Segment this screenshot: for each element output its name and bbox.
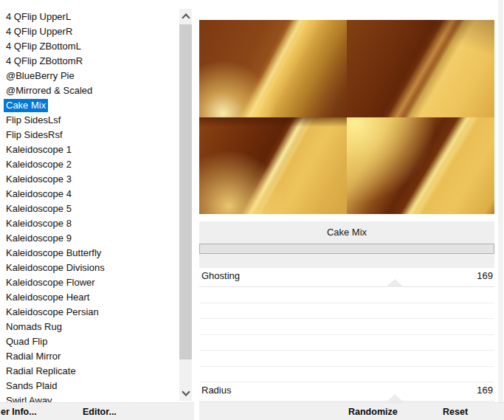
list-item[interactable]: Kaleidoscope Persian — [0, 305, 177, 320]
empty-row — [199, 319, 494, 335]
list-item-label: 4 QFlip ZBottomL — [4, 40, 83, 53]
list-item-label: Kaleidoscope Persian — [4, 306, 101, 319]
scroll-down-button[interactable] — [179, 385, 192, 401]
preview-quadrant-bottom-left — [199, 117, 347, 215]
list-item-label: Kaleidoscope 2 — [4, 158, 74, 171]
list-item-label: Kaleidoscope Flower — [4, 276, 97, 289]
list-item-label: 4 QFlip UpperL — [4, 10, 73, 24]
list-item-label: 4 QFlip UpperR — [4, 25, 75, 38]
empty-row — [199, 367, 494, 383]
chevron-up-icon — [182, 13, 190, 21]
list-item-label: Kaleidoscope 5 — [4, 202, 74, 216]
empty-row — [199, 287, 494, 303]
list-item[interactable]: Quad Flip — [0, 334, 177, 349]
list-item[interactable]: Swirl Away — [0, 393, 177, 402]
list-item[interactable]: Kaleidoscope 2 — [0, 157, 177, 172]
preview-quadrant-bottom-right — [347, 117, 494, 215]
list-item[interactable]: 4 QFlip ZBottomR — [0, 54, 177, 69]
list-item[interactable]: Kaleidoscope Butterfly — [0, 246, 177, 261]
filter-preview-image — [199, 20, 494, 214]
list-item[interactable]: Cake Mix — [0, 98, 177, 113]
chevron-down-icon — [182, 388, 190, 396]
right-panel-scrollbar-track[interactable] — [498, 0, 503, 402]
empty-row — [199, 351, 494, 367]
list-item[interactable]: Flip SidesLsf — [0, 113, 177, 128]
filter-header: Cake Mix — [199, 221, 494, 268]
list-item[interactable]: 4 QFlip ZBottomL — [0, 39, 177, 54]
list-item-label: Swirl Away — [4, 394, 55, 402]
ghosting-value: 169 — [477, 270, 493, 281]
filter-browser-window: 4 QFlip UpperL4 QFlip UpperR4 QFlip ZBot… — [0, 0, 504, 420]
list-item-label: Flip SidesRsf — [4, 128, 65, 142]
list-item[interactable]: Radial Mirror — [0, 349, 177, 364]
preview-quadrant-top-right — [347, 20, 494, 117]
list-item[interactable]: Kaleidoscope 4 — [0, 187, 177, 202]
list-item[interactable]: Kaleidoscope 5 — [0, 202, 177, 216]
scroll-up-button[interactable] — [179, 9, 192, 24]
filter-list: 4 QFlip UpperL4 QFlip UpperR4 QFlip ZBot… — [0, 0, 177, 402]
list-item[interactable]: Kaleidoscope Flower — [0, 275, 177, 290]
list-item-label: Kaleidoscope 8 — [4, 217, 74, 230]
ghosting-label: Ghosting — [201, 270, 240, 281]
footer-bar-left: er Info... Editor... — [0, 402, 194, 420]
list-item[interactable]: Flip SidesRsf — [0, 128, 177, 142]
list-item-label: Radial Mirror — [4, 350, 63, 363]
editor-button[interactable]: Editor... — [83, 403, 117, 420]
list-item[interactable]: Radial Replicate — [0, 364, 177, 379]
list-item-label: Cake Mix — [4, 99, 48, 112]
list-item-label: 4 QFlip ZBottomR — [4, 55, 85, 68]
list-item-label: Kaleidoscope 9 — [4, 232, 74, 245]
list-item[interactable]: @BlueBerry Pie — [0, 69, 177, 83]
empty-row — [199, 335, 494, 351]
radius-label: Radius — [201, 385, 231, 396]
list-item[interactable]: @Mirrored & Scaled — [0, 83, 177, 98]
list-item[interactable]: 4 QFlip UpperL — [0, 10, 177, 24]
list-item-label: Sands Plaid — [4, 379, 59, 393]
list-item[interactable]: Kaleidoscope Heart — [0, 290, 177, 305]
list-item[interactable]: Nomads Rug — [0, 320, 177, 334]
empty-row — [199, 303, 494, 320]
list-item-label: Flip SidesLsf — [4, 114, 63, 127]
ghosting-slider-thumb[interactable] — [386, 279, 404, 287]
reset-button[interactable]: Reset — [443, 403, 468, 420]
list-item-label: @Mirrored & Scaled — [4, 84, 94, 97]
progress-bar — [199, 244, 494, 254]
preview-quadrant-top-left — [199, 20, 347, 117]
filter-list-scrollbar[interactable] — [179, 9, 192, 401]
list-item-label: @BlueBerry Pie — [4, 69, 77, 83]
list-item[interactable]: Kaleidoscope Divisions — [0, 261, 177, 275]
list-item[interactable]: 4 QFlip UpperR — [0, 24, 177, 39]
parameter-sliders: Ghosting 169 Radius 169 — [199, 268, 494, 402]
randomize-button[interactable]: Randomize — [348, 403, 398, 420]
list-item-label: Kaleidoscope Divisions — [4, 261, 107, 275]
list-item-label: Kaleidoscope Heart — [4, 291, 92, 304]
radius-value: 169 — [477, 385, 493, 396]
footer-bar-right: Randomize Reset — [199, 402, 504, 420]
list-item-label: Quad Flip — [4, 335, 49, 348]
filter-title: Cake Mix — [199, 221, 494, 244]
list-item[interactable]: Kaleidoscope 9 — [0, 231, 177, 246]
list-item-label: Kaleidoscope 4 — [4, 187, 74, 201]
list-item[interactable]: Kaleidoscope 1 — [0, 142, 177, 157]
filter-settings-panel: Cake Mix Ghosting 169 Radius 169 — [199, 0, 494, 420]
radius-slider-thumb[interactable] — [386, 394, 404, 402]
list-item-label: Radial Replicate — [4, 365, 78, 378]
scrollbar-thumb[interactable] — [179, 24, 192, 359]
list-item-label: Kaleidoscope Butterfly — [4, 247, 103, 260]
filter-info-button[interactable]: er Info... — [1, 403, 37, 420]
list-item-label: Kaleidoscope 1 — [4, 143, 74, 156]
ghosting-slider-row[interactable]: Ghosting 169 — [199, 268, 494, 287]
list-item[interactable]: Kaleidoscope 8 — [0, 216, 177, 231]
list-item[interactable]: Sands Plaid — [0, 379, 177, 393]
radius-slider-row[interactable]: Radius 169 — [199, 382, 494, 402]
list-item[interactable]: Kaleidoscope 3 — [0, 172, 177, 187]
list-item-label: Nomads Rug — [4, 320, 64, 334]
list-item-label: Kaleidoscope 3 — [4, 173, 74, 186]
